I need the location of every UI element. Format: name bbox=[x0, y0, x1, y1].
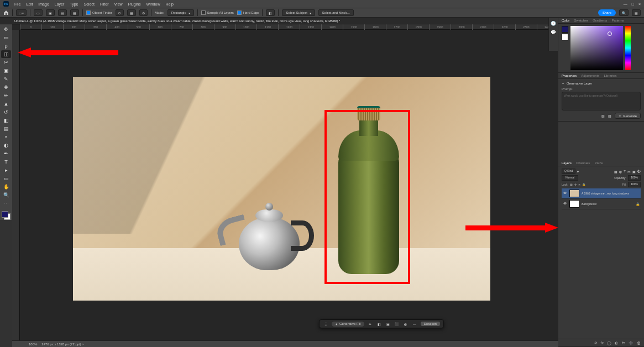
tab-properties[interactable]: Properties bbox=[562, 74, 577, 77]
object-select-tool-icon[interactable]: ◫ bbox=[1, 50, 11, 58]
menu-layer[interactable]: Layer bbox=[55, 2, 65, 6]
tab-color[interactable]: Color bbox=[562, 19, 569, 22]
document-tab[interactable]: Untitled-1 @ 100% (A 1968 vintage metall… bbox=[14, 19, 340, 23]
hard-edge-checkbox[interactable]: Hard Edge bbox=[237, 10, 259, 15]
gradient-icon[interactable]: ◐ bbox=[403, 321, 409, 327]
layer-name[interactable]: Background bbox=[582, 202, 633, 206]
generative-fill-button[interactable]: ✦ Generative Fill bbox=[332, 322, 364, 327]
window-minimize-button[interactable]: — bbox=[624, 2, 627, 6]
layer-row[interactable]: 👁 Background 🔒 bbox=[562, 199, 641, 209]
document-info[interactable]: 2476 px x 1328 px (72 ppi) > bbox=[41, 343, 83, 346]
home-icon[interactable] bbox=[3, 10, 9, 15]
marquee-tool-icon[interactable]: ▭ bbox=[1, 34, 11, 41]
foreground-color-icon[interactable] bbox=[2, 211, 8, 218]
deselect-button[interactable]: Deselect bbox=[421, 322, 440, 326]
zoom-tool-icon[interactable]: 🔍 bbox=[1, 191, 11, 199]
adjust-icon[interactable]: ◧ bbox=[376, 321, 382, 327]
settings-icon[interactable]: ⚙ bbox=[139, 9, 148, 16]
color-field[interactable] bbox=[570, 26, 623, 70]
prompt-input[interactable]: What would you like to generate? (Option… bbox=[562, 92, 641, 111]
object-thumb-icon[interactable]: ▦ bbox=[127, 9, 136, 16]
gradient-tool-icon[interactable]: ▤ bbox=[1, 125, 11, 133]
thumb-variation2-icon[interactable]: ▨ bbox=[608, 114, 611, 118]
tab-channels[interactable]: Channels bbox=[576, 161, 590, 165]
type-tool-icon[interactable]: T bbox=[1, 158, 11, 166]
dodge-tool-icon[interactable]: ◐ bbox=[1, 141, 11, 149]
selection-new-icon[interactable]: ▭ bbox=[34, 9, 43, 16]
filter-toggle-icon[interactable]: ⏻ bbox=[637, 170, 641, 173]
thumb-variation1-icon[interactable]: ▧ bbox=[601, 114, 605, 118]
brush-icon[interactable]: ✏ bbox=[368, 321, 373, 327]
frame-tool-icon[interactable]: ▣ bbox=[1, 67, 11, 75]
tab-libraries[interactable]: Libraries bbox=[604, 74, 616, 77]
group-icon[interactable]: 🗀 bbox=[621, 341, 625, 345]
stamp-tool-icon[interactable]: ▲ bbox=[1, 100, 11, 108]
menu-select[interactable]: Select bbox=[84, 2, 95, 6]
edit-toolbar-icon[interactable]: ⋯ bbox=[1, 199, 11, 207]
blur-tool-icon[interactable]: ∘ bbox=[1, 133, 11, 141]
selection-intersect-icon[interactable]: ▦ bbox=[70, 9, 79, 16]
tool-preset-icon[interactable]: ▭▾ bbox=[16, 9, 27, 16]
new-layer-icon[interactable]: ➕ bbox=[629, 341, 633, 345]
comments-panel-icon[interactable]: 💬 bbox=[550, 29, 557, 35]
crop-tool-icon[interactable]: ✂ bbox=[1, 59, 11, 66]
share-button[interactable]: Share bbox=[598, 9, 616, 16]
visibility-icon[interactable]: 👁 bbox=[563, 191, 567, 196]
window-maximize-button[interactable]: □ bbox=[632, 2, 634, 6]
lasso-tool-icon[interactable]: ρ bbox=[1, 42, 11, 50]
object-finder-checkbox[interactable]: Object Finder bbox=[86, 10, 112, 15]
lock-all-icon[interactable]: 🔒 bbox=[582, 183, 585, 186]
menu-window[interactable]: Window bbox=[146, 2, 160, 6]
search-icon[interactable]: 🔍 bbox=[619, 9, 629, 16]
mode-dropdown[interactable]: Rectangle▾ bbox=[167, 9, 194, 16]
filter-shape-icon[interactable]: ▭ bbox=[627, 170, 631, 174]
select-and-mask-button[interactable]: Select and Mask… bbox=[318, 9, 354, 16]
foreground-swatch-icon[interactable] bbox=[562, 26, 568, 33]
menu-plugins[interactable]: Plugins bbox=[128, 2, 141, 6]
shape-tool-icon[interactable]: ▭ bbox=[1, 175, 11, 182]
layer-row[interactable]: 👁 A 1968 vintage me…ew, long shadows bbox=[562, 188, 641, 199]
brush-tool-icon[interactable]: ✏ bbox=[1, 92, 11, 99]
menu-filter[interactable]: Filter bbox=[100, 2, 109, 6]
canvas-area[interactable]: 0 100 200 300 400 500 600 700 800 900 10… bbox=[12, 24, 558, 340]
generate-button[interactable]: ✦ Generate bbox=[615, 113, 641, 119]
filter-type-icon[interactable]: T bbox=[624, 170, 626, 173]
tab-patterns[interactable]: Patterns bbox=[611, 19, 624, 22]
history-brush-tool-icon[interactable]: ↺ bbox=[1, 108, 11, 116]
mask-icon[interactable]: ◯ bbox=[607, 341, 611, 345]
eyedropper-tool-icon[interactable]: ✎ bbox=[1, 75, 11, 83]
lock-nested-icon[interactable]: ⤧ bbox=[578, 183, 580, 186]
menu-view[interactable]: View bbox=[114, 2, 123, 6]
menu-help[interactable]: Help bbox=[165, 2, 173, 6]
tab-swatches[interactable]: Swatches bbox=[574, 19, 588, 22]
fx-icon[interactable]: fx bbox=[601, 341, 604, 345]
fill-icon[interactable]: ⬛ bbox=[394, 321, 400, 327]
filter-adjust-icon[interactable]: ◐ bbox=[619, 170, 622, 174]
mask-overlay-icon[interactable]: ◧ bbox=[266, 9, 275, 16]
visibility-icon[interactable]: 👁 bbox=[563, 202, 567, 206]
drag-handle-icon[interactable]: ⠿ bbox=[323, 321, 328, 327]
menu-image[interactable]: Image bbox=[38, 2, 49, 6]
tab-paths[interactable]: Paths bbox=[594, 161, 603, 165]
zoom-level[interactable]: 100% bbox=[29, 343, 37, 346]
lock-position-icon[interactable]: ✥ bbox=[574, 183, 577, 186]
color-swatch[interactable] bbox=[2, 211, 11, 220]
layer-thumbnail-icon[interactable] bbox=[569, 200, 579, 208]
tab-layers[interactable]: Layers bbox=[562, 161, 572, 165]
menu-type[interactable]: Type bbox=[70, 2, 78, 6]
select-subject-button[interactable]: Select Subject▾ bbox=[282, 9, 315, 16]
hue-slider[interactable] bbox=[625, 26, 631, 70]
workspace-icon[interactable]: ▦ bbox=[632, 9, 641, 16]
selection-add-icon[interactable]: ▣ bbox=[46, 9, 55, 16]
selection-subtract-icon[interactable]: ▤ bbox=[58, 9, 67, 16]
menu-edit[interactable]: Edit bbox=[26, 2, 33, 6]
menu-file[interactable]: File bbox=[14, 2, 20, 6]
transform-icon[interactable]: ▣ bbox=[385, 321, 391, 327]
pen-tool-icon[interactable]: ✒ bbox=[1, 150, 11, 157]
window-close-button[interactable]: × bbox=[638, 2, 641, 6]
tab-adjustments[interactable]: Adjustments bbox=[581, 74, 599, 77]
filter-image-icon[interactable]: ▦ bbox=[614, 170, 617, 174]
layer-thumbnail-icon[interactable] bbox=[569, 190, 579, 197]
link-layers-icon[interactable]: ⊘ bbox=[594, 341, 598, 345]
eraser-tool-icon[interactable]: ◧ bbox=[1, 117, 11, 124]
